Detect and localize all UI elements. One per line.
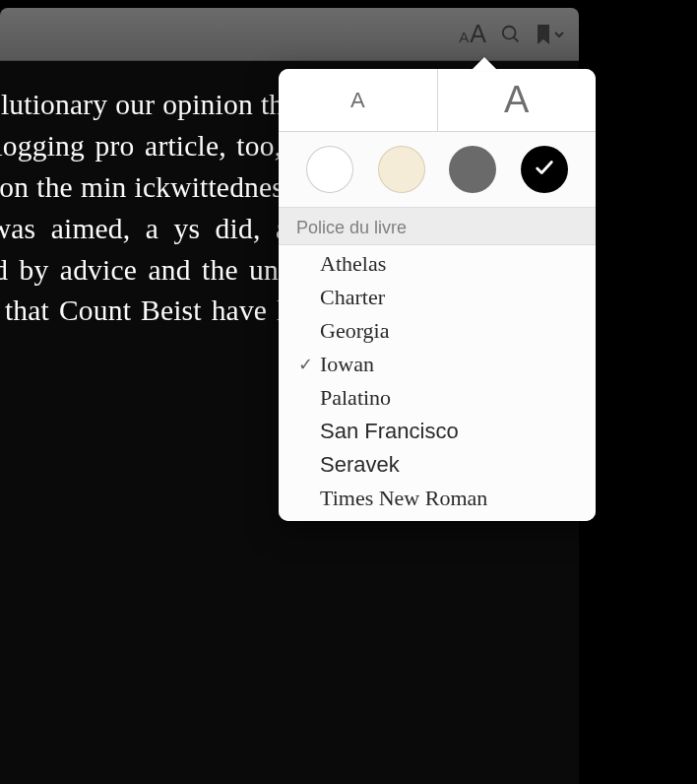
svg-point-0 bbox=[503, 26, 516, 38]
theme-gray[interactable] bbox=[449, 146, 496, 193]
font-item-timesnewroman[interactable]: Times New Roman bbox=[279, 482, 596, 515]
svg-line-1 bbox=[514, 36, 519, 41]
theme-black[interactable] bbox=[521, 146, 568, 193]
font-item-georgia[interactable]: Georgia bbox=[279, 314, 596, 348]
font-item-athelas[interactable]: Athelas bbox=[279, 247, 596, 281]
checkmark-icon bbox=[534, 157, 555, 182]
theme-white[interactable] bbox=[306, 146, 353, 193]
font-name-label: Charter bbox=[320, 285, 580, 310]
font-item-sanfrancisco[interactable]: San Francisco bbox=[279, 415, 596, 448]
bookmark-button[interactable] bbox=[536, 24, 565, 45]
font-name-label: Iowan bbox=[320, 352, 580, 377]
text-size-row: A A bbox=[279, 69, 596, 132]
font-item-iowan[interactable]: ✓ Iowan bbox=[279, 348, 596, 381]
font-list: Athelas Charter Georgia ✓ Iowan Palatino… bbox=[279, 245, 596, 521]
font-name-label: Athelas bbox=[320, 251, 580, 277]
font-name-label: Palatino bbox=[320, 385, 580, 411]
appearance-button[interactable]: A A bbox=[459, 20, 486, 48]
font-item-palatino[interactable]: Palatino bbox=[279, 381, 596, 415]
font-name-label: Georgia bbox=[320, 318, 580, 344]
font-item-seravek[interactable]: Seravek bbox=[279, 448, 596, 482]
font-name-label: Seravek bbox=[320, 452, 580, 478]
font-name-label: San Francisco bbox=[320, 419, 580, 444]
bookmark-icon bbox=[536, 24, 551, 45]
font-item-charter[interactable]: Charter bbox=[279, 281, 596, 314]
text-size-small-icon: A bbox=[459, 29, 469, 45]
font-name-label: Times New Roman bbox=[320, 486, 580, 511]
appearance-popover: A A Police du livre Athelas Charter Geor… bbox=[279, 69, 596, 521]
font-section-header: Police du livre bbox=[279, 208, 596, 245]
checkmark-icon: ✓ bbox=[298, 354, 320, 375]
theme-sepia[interactable] bbox=[378, 146, 425, 193]
chevron-down-icon bbox=[553, 29, 565, 40]
popover-arrow bbox=[471, 57, 498, 71]
titlebar: A A bbox=[0, 8, 579, 61]
search-button[interactable] bbox=[500, 24, 522, 45]
decrease-text-button[interactable]: A bbox=[279, 69, 438, 131]
theme-row bbox=[279, 132, 596, 208]
search-icon bbox=[500, 24, 522, 45]
text-size-large-icon: A bbox=[470, 20, 486, 48]
increase-text-button[interactable]: A bbox=[438, 69, 597, 131]
